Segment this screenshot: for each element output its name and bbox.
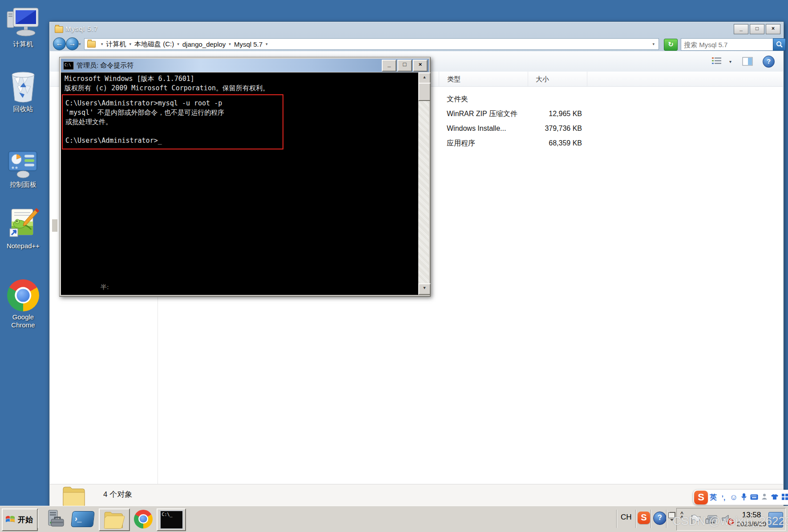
- keyboard-icon[interactable]: [749, 494, 759, 501]
- terminal-scrollbar[interactable]: ▲ ▼: [418, 73, 429, 295]
- desktop-icon-notepad-plus-plus[interactable]: Notepad++: [3, 207, 44, 250]
- help-icon[interactable]: ?: [763, 56, 775, 68]
- views-dropdown-icon[interactable]: ▾: [729, 59, 731, 64]
- cmd-titlebar[interactable]: C:\ 管理员: 命令提示符 _ □ ×: [61, 59, 429, 72]
- address-dropdown-icon[interactable]: ▾: [652, 42, 659, 46]
- sogou-logo-icon[interactable]: S: [694, 491, 708, 504]
- user-icon[interactable]: [760, 493, 769, 501]
- desktop-icon-label: 计算机: [3, 40, 44, 48]
- microphone-icon[interactable]: [739, 493, 749, 502]
- emoji-icon[interactable]: ☺: [729, 493, 739, 502]
- language-bar-restore-icon[interactable]: [668, 512, 675, 518]
- desktop: 计算机 回收站: [0, 0, 788, 532]
- server-manager-icon: [45, 509, 65, 529]
- close-button[interactable]: ×: [413, 60, 428, 72]
- terminal-line: 'mysql' 不是内部或外部命令，也不是可运行的程序: [65, 108, 224, 117]
- ime-state-indicator: 半:: [101, 283, 109, 291]
- refresh-button[interactable]: ↻: [664, 39, 678, 51]
- taskbar-separator: [635, 510, 636, 528]
- file-type: Windows Installe...: [447, 121, 506, 136]
- breadcrumb[interactable]: ▾ 计算机 ▾ 本地磁盘 (C:) ▾ django_deploy ▾ Mysq…: [84, 38, 659, 50]
- window-title: Mysql 5.7: [65, 25, 98, 32]
- nav-history-dropdown-icon[interactable]: ▾: [79, 42, 81, 46]
- scrollbar-thumb[interactable]: [418, 83, 431, 101]
- folder-icon: [87, 41, 96, 48]
- control-panel-icon: [3, 146, 44, 179]
- taskbar-server-manager-button[interactable]: [43, 508, 68, 529]
- red-annotation-box: C:\Users\Administrator>mysql -u root -p …: [62, 94, 283, 149]
- chevron-down-icon[interactable]: ▾: [229, 42, 231, 46]
- chevron-down-icon[interactable]: ▾: [266, 42, 268, 46]
- minimize-button[interactable]: _: [382, 60, 396, 72]
- breadcrumb-mysql-57[interactable]: Mysql 5.7: [234, 40, 263, 48]
- cmd-icon: C:\: [63, 61, 74, 70]
- show-hidden-icons-chevron[interactable]: ^^: [680, 512, 683, 520]
- taskbar-separator: [616, 510, 617, 528]
- search-icon[interactable]: [773, 38, 786, 51]
- notepad-plus-plus-icon: [3, 207, 44, 240]
- terminal-line: 版权所有 (c) 2009 Microsoft Corporation。保留所有…: [65, 84, 269, 93]
- desktop-icon-label: 回收站: [3, 105, 44, 113]
- ime-language-mode[interactable]: 英: [708, 493, 718, 502]
- start-button[interactable]: 开始: [2, 508, 38, 531]
- preview-pane-icon[interactable]: [742, 57, 753, 68]
- taskbar-explorer-button[interactable]: [99, 508, 130, 531]
- breadcrumb-computer[interactable]: 计算机: [106, 40, 126, 48]
- close-button[interactable]: ×: [766, 24, 780, 34]
- taskbar-chrome-button[interactable]: [131, 508, 156, 529]
- status-item-count: 4 个对象: [103, 484, 132, 505]
- desktop-icon-google-chrome[interactable]: Google Chrome: [3, 278, 44, 329]
- column-header-size[interactable]: 大小: [528, 72, 587, 86]
- breadcrumb-local-disk-c[interactable]: 本地磁盘 (C:): [134, 40, 174, 48]
- language-indicator[interactable]: CH: [621, 513, 632, 522]
- start-label: 开始: [18, 515, 33, 525]
- desktop-icon-label: Google Chrome: [3, 313, 44, 329]
- chevron-down-icon[interactable]: ▾: [129, 42, 132, 46]
- cmd-window-title: 管理员: 命令提示符: [77, 61, 133, 70]
- file-size: 12,965 KB: [523, 106, 582, 121]
- chrome-icon: [134, 510, 153, 528]
- search-box[interactable]: [681, 38, 774, 51]
- desktop-icon-computer[interactable]: 计算机: [3, 5, 44, 48]
- maximize-button[interactable]: □: [397, 60, 412, 72]
- desktop-icon-label: Notepad++: [3, 242, 44, 250]
- desktop-icon-recycle-bin[interactable]: 回收站: [3, 70, 44, 113]
- terminal-cursor: _: [158, 137, 162, 145]
- scroll-down-icon[interactable]: ▼: [418, 283, 431, 295]
- search-input[interactable]: [683, 39, 760, 50]
- taskbar: 开始 ›_ C:\_: [0, 506, 788, 532]
- terminal-output[interactable]: Microsoft Windows [版本 6.1.7601] 版权所有 (c)…: [61, 73, 429, 295]
- column-header-type[interactable]: 类型: [439, 72, 528, 86]
- toolbox-grid-icon[interactable]: [780, 494, 788, 501]
- desktop-icon-control-panel[interactable]: 控制面板: [3, 146, 44, 189]
- maximize-button[interactable]: □: [750, 24, 764, 34]
- explorer-titlebar[interactable]: Mysql 5.7 _ □ ×: [49, 22, 784, 36]
- minimize-button[interactable]: _: [734, 24, 748, 34]
- ime-punctuation-icon[interactable]: ’,: [719, 494, 728, 501]
- taskbar-separator: [666, 510, 667, 528]
- nav-pane-scrollbar-thumb[interactable]: [52, 219, 57, 232]
- taskbar-separator: [651, 510, 651, 528]
- skin-shirt-icon[interactable]: [770, 494, 780, 501]
- forward-button[interactable]: →: [66, 37, 79, 50]
- recycle-bin-icon: [3, 70, 44, 103]
- cmd-icon: C:\_: [160, 510, 183, 529]
- taskbar-cmd-button[interactable]: C:\_: [157, 508, 186, 531]
- chevron-down-icon[interactable]: ▾: [101, 42, 103, 46]
- views-icon[interactable]: [712, 57, 722, 67]
- back-button[interactable]: ←: [53, 37, 66, 50]
- breadcrumb-django-deploy[interactable]: django_deploy: [182, 40, 226, 48]
- show-desktop-peek[interactable]: [768, 512, 783, 528]
- address-bar: ← → ▾ ▾ 计算机 ▾ 本地磁盘 (C:) ▾ django_deploy …: [49, 36, 784, 51]
- tray-clock-date[interactable]: 2023/6/29: [729, 520, 774, 528]
- taskbar-powershell-button[interactable]: ›_: [70, 508, 95, 529]
- action-center-flag-icon[interactable]: [689, 514, 701, 527]
- status-bar: 4 个对象: [50, 484, 783, 506]
- sogou-icon[interactable]: S: [638, 512, 650, 524]
- chevron-down-icon[interactable]: ▾: [177, 42, 179, 46]
- ime-help-icon[interactable]: ?: [653, 512, 667, 525]
- computer-icon: [3, 5, 44, 38]
- network-icon[interactable]: [705, 514, 718, 527]
- file-size: 379,736 KB: [523, 121, 582, 136]
- tray-clock-time[interactable]: 13:58: [734, 511, 769, 520]
